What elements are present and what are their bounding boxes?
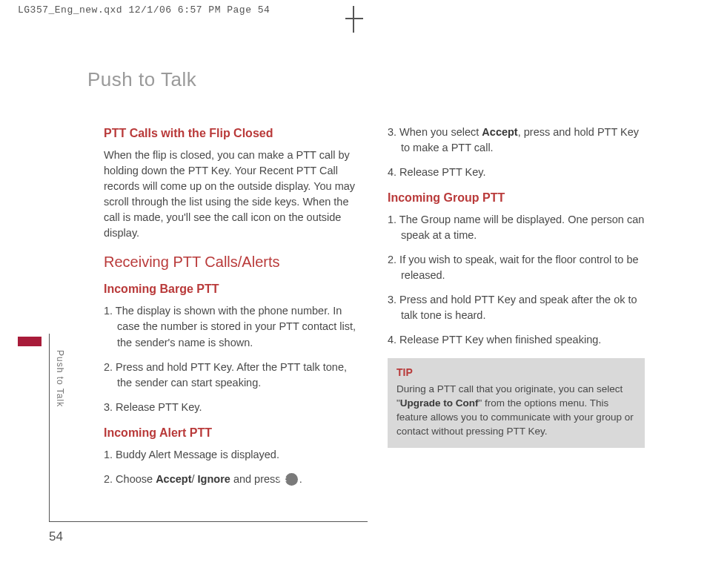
heading-incoming-barge: Incoming Barge PTT xyxy=(104,280,361,297)
tip-title: TIP xyxy=(396,366,636,380)
heading-ptt-flip: PTT Calls with the Flip Closed xyxy=(104,125,361,142)
text-fragment: and press xyxy=(230,473,284,485)
page-number: 54 xyxy=(49,529,63,544)
step-item: 1. The display is shown with the phone n… xyxy=(104,303,361,350)
text-fragment: / xyxy=(192,473,198,485)
horizontal-rule xyxy=(49,521,368,522)
vertical-rule xyxy=(49,334,50,522)
heading-receiving: Receiving PTT Calls/Alerts xyxy=(104,251,361,273)
bold-text: Accept xyxy=(482,126,517,138)
step-item: 4. Release PTT Key when finished speakin… xyxy=(388,332,645,348)
side-accent-bar xyxy=(18,337,42,346)
right-column: 3. When you select Accept, press and hol… xyxy=(388,125,645,496)
chapter-title: Push to Talk xyxy=(87,68,196,91)
bold-text: Upgrade to Conf xyxy=(400,397,479,409)
tip-box: TIP During a PTT call that you originate… xyxy=(388,358,645,447)
step-item: 1. The Group name will be displayed. One… xyxy=(388,212,645,243)
crop-mark-icon xyxy=(339,7,369,37)
step-item: 2. Choose Accept/ Ignore and press OK. xyxy=(104,472,361,487)
text-fragment: 3. When you select xyxy=(388,126,482,138)
ok-button-icon: OK xyxy=(285,473,298,486)
step-item: 3. Press and hold PTT Key and speak afte… xyxy=(388,292,645,323)
step-item: 3. Release PTT Key. xyxy=(104,400,361,415)
heading-incoming-alert: Incoming Alert PTT xyxy=(104,424,361,441)
text-fragment: 2. Choose xyxy=(104,473,156,485)
step-item: 3. When you select Accept, press and hol… xyxy=(388,125,645,156)
bold-text: Ignore xyxy=(198,473,230,485)
content-columns: PTT Calls with the Flip Closed When the … xyxy=(104,125,645,496)
heading-incoming-group: Incoming Group PTT xyxy=(388,189,645,206)
step-item: 1. Buddy Alert Message is displayed. xyxy=(104,447,361,463)
side-section-label: Push to Talk xyxy=(55,350,65,407)
text-fragment: . xyxy=(299,473,302,485)
left-column: PTT Calls with the Flip Closed When the … xyxy=(104,125,361,496)
prepress-header: LG357_Eng_new.qxd 12/1/06 6:57 PM Page 5… xyxy=(18,4,270,16)
tip-body: During a PTT call that you originate, yo… xyxy=(396,383,636,439)
step-item: 2. If you wish to speak, wait for the fl… xyxy=(388,252,645,283)
paragraph: When the flip is closed, you can make a … xyxy=(104,148,361,241)
step-item: 2. Press and hold PTT Key. After the PTT… xyxy=(104,360,361,391)
bold-text: Accept xyxy=(156,473,191,485)
step-item: 4. Release PTT Key. xyxy=(388,165,645,180)
